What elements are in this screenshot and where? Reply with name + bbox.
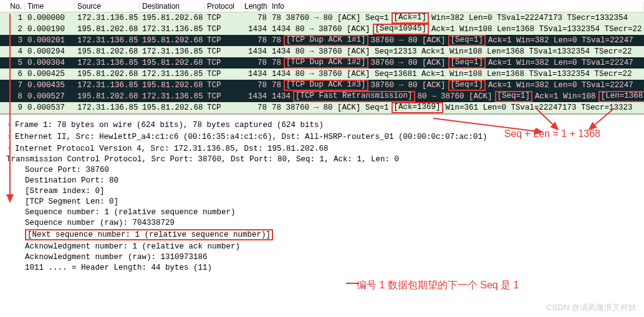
cell-no: 1 [0,14,25,22]
packet-row[interactable]: 30.000201172.31.136.85195.81.202.68TCP78… [0,35,644,46]
highlighted-value: [Seq=1] [448,80,486,91]
packet-row[interactable]: 10.000000172.31.136.85195.81.202.68TCP78… [0,12,644,24]
cell-source: 172.31.136.85 [75,14,140,22]
column-headers[interactable]: No. Time Source Destination Protocol Len… [0,0,644,12]
cell-source: 195.81.202.68 [75,70,140,78]
tree-nextseq[interactable]: [Next sequence number: 1 (relative seque… [0,228,644,241]
cell-destination: 172.31.136.85 [140,47,204,56]
cell-length: 78 [242,81,269,90]
cell-info: 1434 80 → 38760 [ACK] Seq=13681 Ack=1 Wi… [269,70,644,78]
cell-destination: 172.31.136.85 [140,92,204,101]
highlighted-value: [TCP Dup ACK 1#3] [284,80,368,91]
highlighted-value: [Seq=1] [448,57,486,69]
cell-no: 9 [0,103,25,112]
cell-no: 7 [0,81,25,90]
cell-destination: 195.81.202.68 [140,14,204,22]
tree-acknum[interactable]: Acknowledgment number: 1 (relative ack n… [0,241,644,252]
cell-destination: 195.81.202.68 [140,36,204,45]
cell-source: 195.81.202.68 [75,47,140,56]
watermark: CSDN @清风微浪又何妨 [546,302,637,313]
cell-source: 172.31.136.85 [75,103,140,112]
cell-length: 78 [242,14,269,22]
cell-source: 172.31.136.85 [75,36,140,45]
cell-time: 0.000201 [25,36,75,45]
cell-info: 78 38760 → 80 [ACK] Seq=1 [Ack=1369] Win… [269,102,644,113]
cell-source: 172.31.136.85 [75,81,140,90]
highlighted-value: [TCP Fast Retransmission] [293,91,415,102]
packet-row[interactable]: 20.000190195.81.202.68172.31.136.85TCP14… [0,24,644,35]
cell-info: 1434 [TCP Fast Retransmission] 80 → 3876… [269,91,644,102]
cell-no: 6 [0,70,25,78]
cell-info: 1434 80 → 38760 [ACK] Seq=12313 Ack=1 Wi… [269,47,644,56]
cell-source: 172.31.136.85 [75,59,140,67]
cell-length: 78 [242,103,269,112]
packet-row[interactable]: 70.000435172.31.136.85195.81.202.68TCP78… [0,80,644,91]
col-source[interactable]: Source [75,2,140,11]
cell-no: 5 [0,59,25,67]
cell-destination: 172.31.136.85 [140,25,204,34]
cell-protocol: TCP [204,47,242,56]
cell-no: 3 [0,36,25,45]
highlighted-value: [TCP Dup ACK 1#1] [284,35,368,46]
packet-list-pane[interactable]: No. Time Source Destination Protocol Len… [0,0,644,115]
highlighted-value: [Ack=1] [392,12,430,24]
tree-ip[interactable]: Internet Protocol Version 4, Src: 172.31… [0,142,644,154]
cell-info: 78 [TCP Dup ACK 1#3] 38760 → 80 [ACK] [S… [269,80,644,91]
cell-time: 0.000527 [25,92,75,101]
cell-destination: 195.81.202.68 [140,81,204,90]
cell-no: 2 [0,25,25,34]
tree-srcport[interactable]: Source Port: 38760 [0,164,644,175]
cell-length: 1434 [242,47,269,56]
packet-row[interactable]: 40.000294195.81.202.68172.31.136.85TCP14… [0,46,644,57]
cell-protocol: TCP [204,70,242,78]
col-info[interactable]: Info [269,2,644,11]
cell-length: 78 [242,36,269,45]
cell-no: 8 [0,92,25,101]
annotation-formula: Seq + Len = 1 + 1368 [504,128,600,140]
cell-time: 0.000294 [25,47,75,56]
cell-source: 195.81.202.68 [75,92,140,101]
col-protocol[interactable]: Protocol [204,2,242,11]
cell-protocol: TCP [204,25,242,34]
cell-protocol: TCP [204,92,242,101]
tree-seqnum[interactable]: Sequence number: 1 (relative sequence nu… [0,207,644,217]
cell-time: 0.000304 [25,59,75,67]
cell-protocol: TCP [204,14,242,22]
tree-tcp[interactable]: Transmission Control Protocol, Src Port:… [0,154,644,164]
cell-no: 4 [0,47,25,56]
cell-protocol: TCP [204,81,242,90]
cell-destination: 195.81.202.68 [140,59,204,67]
col-destination[interactable]: Destination [140,2,204,11]
cell-time: 0.000435 [25,81,75,90]
cell-length: 1434 [242,92,269,101]
cell-length: 1434 [242,70,269,78]
packet-row[interactable]: 50.000304172.31.136.85195.81.202.68TCP78… [0,57,644,69]
tree-seqraw[interactable]: Sequence number (raw): 704338729 [0,217,644,228]
cell-info: 1434 80 → 38760 [ACK] [Seq=10945] Ack=1 … [269,24,644,35]
col-length[interactable]: Length [242,2,269,11]
cell-time: 0.000190 [25,25,75,34]
packet-row[interactable]: 60.000425195.81.202.68172.31.136.85TCP14… [0,69,644,80]
tree-hdrlen[interactable]: 1011 .... = Header Length: 44 bytes (11) [0,262,644,273]
cell-destination: 195.81.202.68 [140,103,204,112]
tree-ackraw[interactable]: Acknowledgment number (raw): 1310973186 [0,252,644,262]
col-time[interactable]: Time [25,2,75,11]
col-no[interactable]: No. [0,2,25,11]
tree-dstport[interactable]: Destination Port: 80 [0,175,644,186]
cell-length: 1434 [242,25,269,34]
cell-time: 0.000425 [25,70,75,78]
tree-seglen[interactable]: [TCP Segment Len: 0] [0,196,644,207]
cell-info: 78 38760 → 80 [ACK] Seq=1 [Ack=1] Win=38… [269,12,644,24]
highlighted-value: [Seq=1] [495,91,533,102]
cell-destination: 172.31.136.85 [140,70,204,78]
cell-time: 0.000537 [25,103,75,112]
cell-protocol: TCP [204,36,242,45]
highlighted-value: [TCP Dup ACK 1#2] [284,57,368,69]
cell-protocol: TCP [204,59,242,67]
packet-row[interactable]: 80.000527195.81.202.68172.31.136.85TCP14… [0,91,644,102]
packet-details-pane[interactable]: Frame 1: 78 bytes on wire (624 bits), 78… [0,115,644,301]
packet-row[interactable]: 90.000537172.31.136.85195.81.202.68TCP78… [0,102,644,113]
highlighted-value: [Seq=10945] [373,24,430,35]
tree-stream[interactable]: [Stream index: 0] [0,186,644,196]
highlighted-value: [Len=1368] [598,91,644,102]
